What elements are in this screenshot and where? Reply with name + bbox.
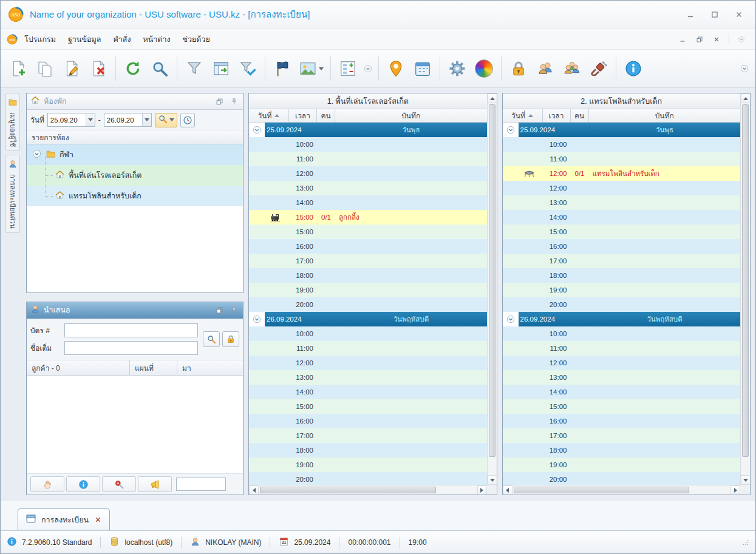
quick-entry-input[interactable] — [176, 478, 226, 491]
time-slot-row[interactable]: 16:00 — [249, 414, 487, 428]
date-band-row[interactable]: 26.09.2024วันพฤหัสบดี — [249, 312, 487, 326]
scrollbar-thumb[interactable] — [260, 487, 436, 493]
panel-pin-button[interactable] — [228, 96, 239, 107]
time-slot-row[interactable]: 13:00 — [503, 370, 741, 385]
horizontal-scrollbar[interactable] — [249, 485, 487, 495]
search-button[interactable] — [147, 55, 172, 83]
time-slot-row[interactable]: 14:00 — [249, 195, 487, 210]
dock-tab-user-menu[interactable]: เมนูของผู้ใช้ — [5, 93, 20, 151]
collapse-day-button[interactable] — [249, 123, 265, 137]
time-slot-row[interactable]: 11:00 — [249, 341, 487, 356]
vertical-scrollbar[interactable] — [487, 93, 497, 485]
booking-row[interactable]: 15:000/1ลูกกลิ้ง — [249, 210, 487, 225]
card-number-input[interactable] — [64, 323, 198, 337]
time-slot-row[interactable]: 16:00 — [503, 414, 741, 428]
delete-button[interactable] — [86, 55, 111, 83]
date-from-combo[interactable]: 25.09.20 — [47, 113, 95, 127]
combo-dropdown-button[interactable] — [142, 113, 151, 126]
scrollbar-thumb[interactable] — [742, 104, 749, 457]
panel-restore-button[interactable] — [214, 96, 225, 107]
time-slot-row[interactable]: 17:00 — [503, 428, 741, 443]
counter-button[interactable] — [335, 55, 361, 83]
time-slot-row[interactable]: 10:00 — [249, 137, 487, 152]
vertical-scrollbar[interactable] — [740, 93, 750, 485]
scroll-track[interactable] — [437, 485, 477, 495]
resize-grip[interactable] — [742, 539, 749, 546]
time-slot-row[interactable]: 17:00 — [249, 254, 487, 268]
time-slot-row[interactable]: 20:00 — [503, 297, 741, 312]
toolbar-overflow-button[interactable] — [738, 62, 751, 75]
scrollbar-thumb[interactable] — [489, 104, 495, 457]
time-slot-row[interactable]: 18:00 — [249, 443, 487, 458]
time-slot-row[interactable]: 13:00 — [503, 195, 741, 210]
column-date[interactable]: วันที่ — [503, 109, 543, 122]
mdi-close-button[interactable] — [709, 33, 724, 46]
time-slot-row[interactable]: 13:00 — [249, 181, 487, 195]
date-band-row[interactable]: 25.09.2024วันพุธ — [249, 123, 487, 137]
time-slot-row[interactable]: 15:00 — [503, 225, 741, 239]
calendar-button[interactable] — [410, 55, 435, 83]
column-time[interactable]: เวลา — [543, 109, 571, 122]
users2-button[interactable] — [533, 55, 558, 83]
tree-group-sport[interactable]: กีฬา — [27, 144, 243, 165]
scroll-up-button[interactable] — [741, 93, 751, 103]
horizontal-scrollbar[interactable] — [503, 485, 741, 495]
time-slot-row[interactable]: 12:00 — [503, 356, 741, 370]
time-slot-row[interactable]: 15:00 — [249, 225, 487, 239]
panel-pin-button[interactable] — [228, 305, 239, 316]
visitor-search-button[interactable] — [203, 331, 220, 347]
time-slot-row[interactable]: 19:00 — [249, 283, 487, 297]
menu-item-windows[interactable]: หน้าต่าง — [138, 30, 176, 49]
time-slot-row[interactable]: 17:00 — [503, 254, 741, 268]
mdi-restore-button[interactable] — [692, 33, 707, 46]
minimize-button[interactable] — [681, 7, 700, 22]
scroll-left-button[interactable] — [249, 485, 259, 495]
column-people[interactable]: คน — [317, 109, 335, 122]
collapse-day-button[interactable] — [503, 123, 519, 137]
clock-button[interactable] — [180, 113, 195, 127]
copy-button[interactable] — [32, 55, 58, 83]
time-slot-row[interactable]: 16:00 — [249, 239, 487, 254]
time-slot-row[interactable]: 12:00 — [503, 181, 741, 195]
menu-item-database[interactable]: ฐานข้อมูล — [63, 30, 106, 49]
image-button[interactable] — [296, 55, 326, 83]
menu-item-commands[interactable]: คำสั่ง — [107, 30, 136, 49]
location-button[interactable] — [383, 55, 409, 83]
time-slot-row[interactable]: 20:00 — [503, 472, 741, 485]
dock-tab-quick-registration[interactable]: การลงทะเบียนด่วน — [5, 155, 20, 233]
toolbar-options-button[interactable] — [362, 62, 374, 75]
scroll-down-button[interactable] — [741, 475, 751, 485]
column-note[interactable]: บันทึก — [589, 109, 741, 122]
hand-button[interactable] — [30, 476, 64, 492]
time-slot-row[interactable]: 12:00 — [249, 356, 487, 370]
time-slot-row[interactable]: 18:00 — [503, 268, 741, 283]
time-slot-row[interactable]: 12:00 — [249, 166, 487, 181]
time-slot-row[interactable]: 14:00 — [249, 385, 487, 399]
customer-list[interactable] — [27, 376, 243, 473]
scroll-right-button[interactable] — [477, 485, 487, 495]
time-slot-row[interactable]: 11:00 — [249, 152, 487, 166]
settings-button[interactable] — [444, 55, 470, 83]
filter-button[interactable] — [182, 55, 207, 83]
menu-item-help[interactable]: ช่วยด้วย — [177, 30, 216, 49]
fullname-input[interactable] — [64, 341, 198, 355]
panel-restore-button[interactable] — [214, 305, 225, 316]
booking-row[interactable]: 12:000/1แทรมโพลินสำหรับเด็ก — [503, 166, 741, 181]
scroll-up-button[interactable] — [488, 93, 497, 103]
tree-item-roller-rink[interactable]: พื้นที่เล่นโรลเลอร์สเก็ต — [27, 165, 243, 186]
collapse-day-button[interactable] — [503, 312, 519, 326]
time-slot-row[interactable]: 18:00 — [503, 443, 741, 458]
colorwheel-button[interactable] — [471, 55, 497, 83]
time-slot-row[interactable]: 11:00 — [503, 341, 741, 356]
layout-button[interactable] — [208, 55, 234, 83]
time-slot-row[interactable]: 11:00 — [503, 152, 741, 166]
pin-marker-button[interactable] — [102, 476, 136, 492]
scrollbar-thumb[interactable] — [514, 487, 690, 493]
time-slot-row[interactable]: 14:00 — [503, 210, 741, 225]
time-slot-row[interactable]: 14:00 — [503, 385, 741, 399]
date-band-row[interactable]: 26.09.2024วันพฤหัสบดี — [503, 312, 741, 326]
filter-check-button[interactable] — [235, 55, 261, 83]
menu-item-program[interactable]: โปรแกรม — [19, 30, 61, 49]
time-slot-row[interactable]: 20:00 — [249, 297, 487, 312]
column-map[interactable]: แผนที่ — [130, 360, 177, 375]
